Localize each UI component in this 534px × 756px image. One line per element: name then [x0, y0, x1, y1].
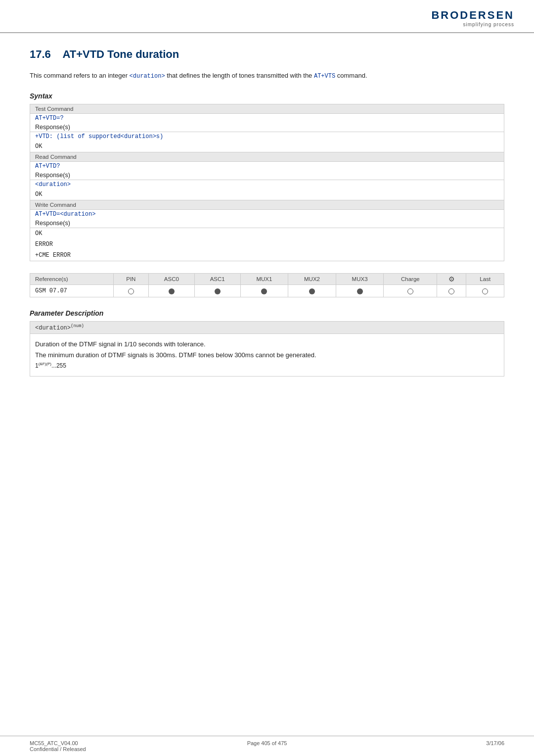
- asc1-val: [194, 285, 240, 297]
- write-cme-error: +CME ERROR: [30, 250, 504, 261]
- reference-header-label: Reference(s): [30, 274, 114, 285]
- col-asc0: ASC0: [148, 274, 194, 285]
- circle-empty-last: [482, 288, 488, 294]
- col-pin: PIN: [113, 274, 148, 285]
- param-superscript: (num): [71, 324, 84, 329]
- test-command-header-row: Test Command: [30, 104, 504, 114]
- col-at-icon: ⚙: [437, 274, 466, 285]
- param-header: <duration>(num): [30, 321, 504, 334]
- circle-filled-mux1: [261, 288, 267, 294]
- logo-name: BRODERSEN: [431, 9, 514, 22]
- col-mux1: MUX1: [240, 274, 288, 285]
- param-description-heading: Parameter Description: [30, 309, 504, 317]
- test-response-row2: OK: [30, 141, 504, 152]
- param-desc-line1: Duration of the DTMF signal in 1/10 seco…: [35, 339, 499, 350]
- test-command-row: AT+VTD=?: [30, 114, 504, 123]
- footer-date: 3/17/06: [346, 740, 504, 752]
- circle-filled-asc1: [215, 288, 221, 294]
- write-command-label: Write Command: [30, 200, 504, 210]
- write-response-row2: ERROR: [30, 239, 504, 250]
- last-val: [466, 285, 504, 297]
- col-mux2: MUX2: [288, 274, 336, 285]
- footer-confidential: Confidential / Released: [30, 746, 188, 752]
- test-ok: OK: [30, 141, 504, 152]
- write-response-row3: +CME ERROR: [30, 250, 504, 261]
- circle-filled-asc0: [169, 288, 175, 294]
- write-command-code: AT+VTD=<duration>: [30, 210, 504, 219]
- read-response-row2: OK: [30, 189, 504, 200]
- page-footer: MC55_ATC_V04.00 Confidential / Released …: [0, 736, 534, 756]
- write-command-row: AT+VTD=<duration>: [30, 210, 504, 219]
- reference-gsm: GSM 07.07: [30, 285, 114, 297]
- pin-val: [113, 285, 148, 297]
- read-command-code: AT+VTD?: [30, 162, 504, 171]
- read-ok: OK: [30, 189, 504, 200]
- write-command-header-row: Write Command: [30, 200, 504, 210]
- param-desc-block: Duration of the DTMF signal in 1/10 seco…: [30, 334, 504, 377]
- param-desc-line2: The minimum duration of DTMF signals is …: [35, 350, 499, 361]
- test-command-label: Test Command: [30, 104, 504, 114]
- param-section: Parameter Description <duration>(num) Du…: [30, 309, 504, 377]
- test-response-line1: +VTD: (list of supported<duration>s): [30, 132, 504, 142]
- reference-table: Reference(s) PIN ASC0 ASC1 MUX1 MUX2 MUX…: [30, 273, 504, 297]
- write-response-label-row: Response(s): [30, 219, 504, 228]
- mux2-val: [288, 285, 336, 297]
- test-response-label-row: Response(s): [30, 123, 504, 132]
- main-content: 17.6 AT+VTD Tone duration This command r…: [0, 33, 534, 396]
- circle-filled-mux3: [357, 288, 363, 294]
- write-response-row1: OK: [30, 228, 504, 239]
- param-name: <duration>: [35, 325, 71, 331]
- at-val: [437, 285, 466, 297]
- param-range-sup: (&F)(P): [39, 362, 51, 366]
- circle-filled-mux2: [309, 288, 315, 294]
- read-command-row: AT+VTD?: [30, 162, 504, 171]
- test-command-code: AT+VTD=?: [30, 114, 504, 123]
- write-ok: OK: [30, 228, 504, 239]
- syntax-table: Test Command AT+VTD=? Response(s) +VTD: …: [30, 104, 504, 261]
- test-response-label: Response(s): [30, 123, 504, 132]
- reference-header-row: Reference(s) PIN ASC0 ASC1 MUX1 MUX2 MUX…: [30, 274, 504, 285]
- read-command-label: Read Command: [30, 152, 504, 162]
- read-response-line1: <duration>: [30, 180, 504, 189]
- circle-empty-charge: [407, 288, 413, 294]
- page-header: BRODERSEN simplifying process: [0, 0, 534, 33]
- intro-paragraph: This command refers to an integer <durat…: [30, 71, 504, 81]
- test-response-row1: +VTD: (list of supported<duration>s): [30, 132, 504, 142]
- write-response-label: Response(s): [30, 219, 504, 228]
- charge-val: [384, 285, 437, 297]
- footer-center: Page 405 of 475: [188, 740, 346, 752]
- circle-empty-pin: [128, 288, 134, 294]
- read-response-label: Response(s): [30, 171, 504, 180]
- mux3-val: [336, 285, 384, 297]
- footer-doc-id: MC55_ATC_V04.00: [30, 740, 188, 746]
- circle-empty-at: [448, 288, 454, 294]
- logo-area: BRODERSEN simplifying process: [431, 9, 514, 27]
- logo-tagline: simplifying process: [463, 22, 514, 27]
- asc0-val: [148, 285, 194, 297]
- section-title: 17.6 AT+VTD Tone duration: [30, 48, 504, 61]
- read-response-label-row: Response(s): [30, 171, 504, 180]
- write-error: ERROR: [30, 239, 504, 250]
- col-asc1: ASC1: [194, 274, 240, 285]
- col-last: Last: [466, 274, 504, 285]
- mux1-val: [240, 285, 288, 297]
- col-charge: Charge: [384, 274, 437, 285]
- footer-left: MC55_ATC_V04.00 Confidential / Released: [30, 740, 188, 752]
- col-mux3: MUX3: [336, 274, 384, 285]
- reference-data-row: GSM 07.07: [30, 285, 504, 297]
- syntax-heading: Syntax: [30, 92, 504, 100]
- param-range: 1(&F)(P)...255: [35, 361, 499, 371]
- read-response-row1: <duration>: [30, 180, 504, 189]
- read-command-header-row: Read Command: [30, 152, 504, 162]
